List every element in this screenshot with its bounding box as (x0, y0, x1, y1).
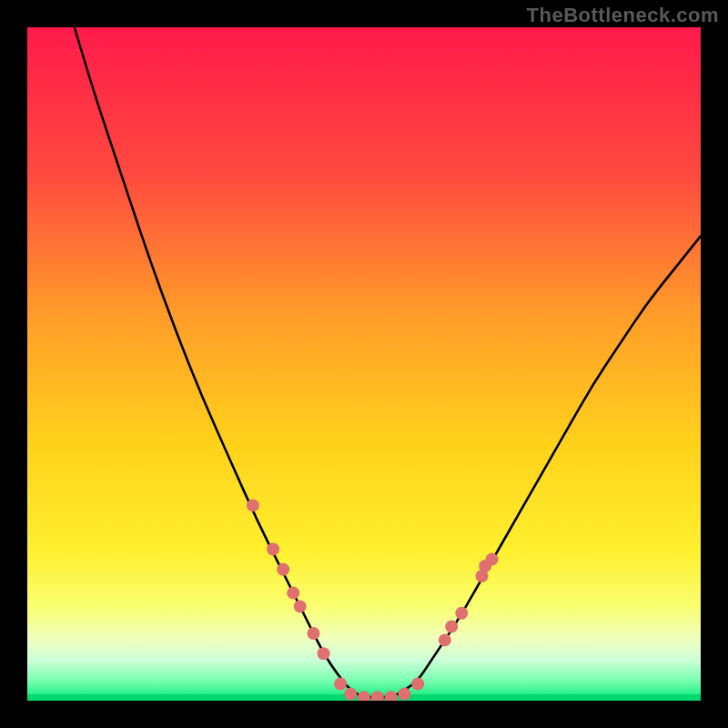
bottleneck-chart (27, 27, 701, 701)
reference-point (344, 688, 357, 701)
reference-point (398, 688, 410, 701)
chart-frame: TheBottleneck.com (0, 0, 728, 728)
reference-point (308, 627, 320, 640)
reference-point (247, 499, 259, 511)
reference-point (287, 587, 299, 600)
reference-point (445, 621, 458, 633)
reference-point (411, 678, 424, 691)
reference-point (267, 543, 279, 556)
reference-point (334, 678, 347, 691)
gradient-background (27, 27, 701, 701)
reference-point (439, 633, 451, 646)
reference-point (486, 553, 499, 566)
reference-point (318, 647, 330, 660)
watermark-text: TheBottleneck.com (527, 4, 719, 27)
reference-point (277, 563, 289, 576)
reference-point (455, 607, 468, 620)
reference-point (294, 600, 307, 612)
